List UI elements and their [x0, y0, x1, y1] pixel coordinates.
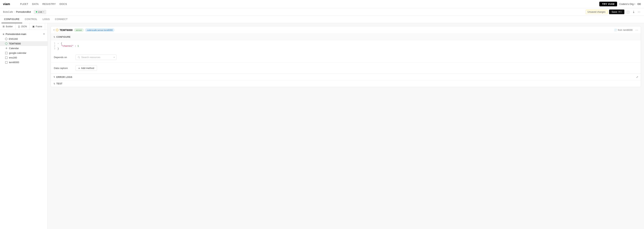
unsaved-changes-label: Unsaved changes [586, 10, 608, 14]
nav-data[interactable]: Data [32, 2, 39, 6]
cross-icon: ✛ [5, 47, 8, 50]
line-content-2[interactable]: "channel" : 1 [58, 45, 79, 48]
top-nav-links: Fleet Data Registry Docs [20, 2, 67, 6]
sidebar-item-label: temt6000 [9, 61, 19, 64]
sidebar-item-label: google-calendar [9, 52, 26, 54]
sidebar-item-ens160-module[interactable]: ens160 [0, 55, 48, 60]
add-method-button[interactable]: + Add method [76, 66, 97, 71]
nav-docs[interactable]: Docs [60, 2, 67, 6]
code-line-1: 1 ▾ { [51, 42, 641, 45]
configure-section-header[interactable]: ⇅ Configure [51, 34, 641, 40]
nav-registry[interactable]: Registry [42, 2, 56, 6]
sidebar-item-label: Calendar [9, 47, 19, 50]
sidebar-item-label: ENS160 [9, 38, 18, 40]
component-card-temt6000: TEMT6000 sensor coderscafe:sensor:temt60… [51, 26, 641, 87]
sidebar-item-ens160[interactable]: ENS160 [0, 36, 48, 41]
add-icon: + [78, 67, 80, 70]
card-more-button[interactable]: ⋯ [635, 28, 638, 32]
json-tool[interactable]: {} JSON [16, 23, 30, 30]
module-icon [5, 56, 8, 59]
configure-collapse-icon: ⇅ [54, 36, 55, 38]
sidebar-item-label: ens160 [9, 56, 17, 59]
breadcrumb-botscafe[interactable]: BotsCafe [3, 10, 13, 13]
sidebar-item-temt6000[interactable]: TEMT6000 [0, 41, 48, 46]
live-chevron-icon: ▾ [43, 11, 44, 13]
breadcrumb-pomodorobot[interactable]: PomodoroBot [16, 10, 31, 13]
test-collapse-icon: ⇅ [54, 82, 55, 85]
from-icon: 📄 [614, 29, 617, 32]
search-placeholder: Search resources [81, 56, 100, 59]
more-options-button[interactable]: ··· [637, 10, 641, 14]
module-icon [5, 61, 8, 64]
nav-fleet[interactable]: Fleet [20, 2, 28, 6]
error-logs-header[interactable]: ⇅ Error Logs ⤢ [51, 74, 641, 80]
add-method-label: Add method [81, 67, 94, 70]
sub-nav: BotsCafe › PomodoroBot Live ▾ Unsaved ch… [0, 8, 644, 16]
expand-icon: ⤢ [636, 76, 638, 78]
diamond-active-icon [5, 42, 8, 45]
card-collapse-icon[interactable] [54, 29, 54, 31]
org-chevron-icon: ▾ [634, 3, 635, 5]
frame-label: Frame [36, 25, 42, 28]
search-resources-input[interactable]: Search resources ▾ [76, 54, 116, 60]
sensor-badge: sensor [74, 28, 84, 32]
line-content-3[interactable]: } [58, 48, 59, 50]
depends-on-label: Depends on [54, 56, 72, 59]
viam-logo[interactable]: viam [3, 2, 14, 6]
test-section: ⇅ Test [51, 80, 641, 87]
tab-connect[interactable]: Connect [52, 16, 70, 23]
tab-logs[interactable]: Logs [40, 16, 52, 23]
sub-nav-right: Unsaved changes Save ⌘S ⬚ ⤓ ··· [586, 9, 641, 14]
test-header[interactable]: ⇅ Test [51, 80, 641, 87]
frame-icon: ▣ [32, 25, 34, 28]
tree-section-title: Pomodorobot-main [6, 33, 26, 36]
download-button[interactable]: ⤓ [632, 9, 636, 14]
sidebar-item-temt6000-module[interactable]: temt6000 [0, 60, 48, 65]
test-label: Test [56, 82, 62, 85]
tab-control[interactable]: Control [22, 16, 40, 23]
dropdown-arrow-icon: ▾ [114, 56, 114, 58]
builder-label: Builder [6, 25, 13, 28]
org-selector[interactable]: Coders's Org ▾ [619, 2, 635, 6]
org-name: Coders's Org [619, 2, 634, 6]
share-button[interactable]: ⬚ [626, 9, 630, 14]
live-indicator [36, 11, 37, 12]
tree-section-icon: ◉ [2, 33, 4, 35]
card-header: TEMT6000 sensor coderscafe:sensor:temt60… [51, 26, 641, 34]
card-title: TEMT6000 [60, 28, 72, 32]
sidebar-item-calendar[interactable]: ✛ Calendar [0, 46, 48, 50]
tab-configure[interactable]: Configure [2, 16, 22, 23]
line-content-1[interactable]: ▾ { [58, 42, 62, 45]
tree-add-button[interactable]: + [43, 32, 45, 36]
chevron-icon: ▾ [58, 42, 59, 45]
tree-section-header[interactable]: ◉ Pomodorobot-main + [0, 32, 48, 36]
svg-line-2 [79, 58, 80, 58]
live-badge[interactable]: Live ▾ [34, 10, 46, 14]
builder-tool[interactable]: ⊞ Builder [0, 23, 16, 30]
line-num-1: 1 [51, 42, 58, 45]
from-value: temt6000 [623, 29, 632, 32]
svg-point-1 [78, 56, 80, 58]
top-nav-right: Try Viam Coders's Org ▾ CC [599, 2, 641, 6]
line-num-2: 2 [51, 45, 58, 48]
save-label: Save [612, 10, 617, 13]
code-line-3: 3 } [51, 48, 641, 50]
json-icon: {} [18, 25, 20, 28]
main-layout: ⊞ Builder {} JSON ▣ Frame ◉ Pomodorobot-… [0, 23, 644, 229]
try-viam-button[interactable]: Try Viam [599, 2, 617, 6]
save-button[interactable]: Save ⌘S [609, 10, 624, 14]
module-icon [5, 52, 8, 54]
cc-avatar[interactable]: CC [638, 2, 641, 6]
sidebar-tools: ⊞ Builder {} JSON ▣ Frame [0, 23, 48, 30]
sidebar-item-google-calendar[interactable]: google-calendar [0, 50, 48, 55]
search-icon [78, 56, 80, 59]
tab-bar: Configure Control Logs Connect [0, 16, 644, 23]
depends-on-section: Depends on Search resources ▾ [51, 52, 641, 63]
frame-tool[interactable]: ▣ Frame [30, 23, 45, 30]
code-editor: 1 ▾ { 2 "channel" : 1 3 [51, 40, 641, 52]
model-badge: coderscafe:sensor:temt6000 [85, 28, 114, 32]
save-shortcut: ⌘S [618, 11, 622, 13]
error-logs-section: ⇅ Error Logs ⤢ [51, 74, 641, 80]
card-from[interactable]: 📄 from temt6000 [614, 29, 632, 32]
diamond-icon [5, 38, 8, 40]
